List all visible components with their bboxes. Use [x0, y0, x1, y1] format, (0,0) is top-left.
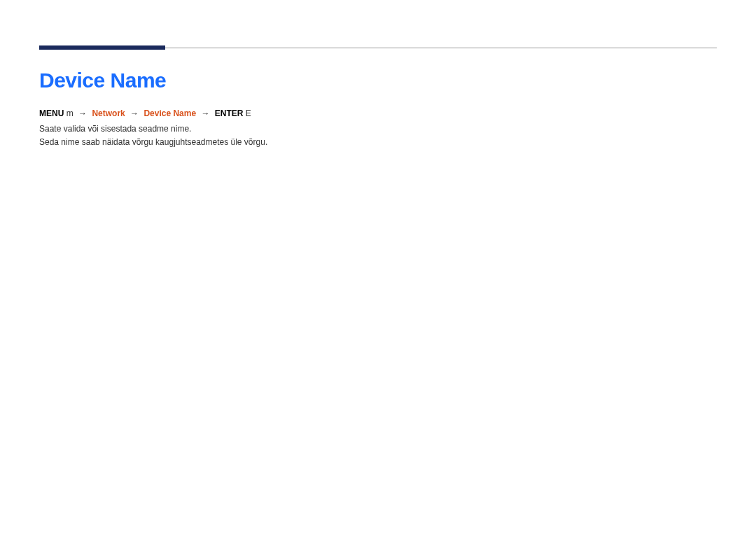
breadcrumb: MENU m → Network → Device Name → ENTER E — [39, 108, 251, 118]
accent-bar — [39, 45, 165, 50]
arrow-icon: → — [130, 108, 139, 118]
nav-menu-symbol: m — [66, 108, 74, 118]
nav-menu-label: MENU — [39, 108, 64, 118]
nav-path-device-name: Device Name — [144, 108, 196, 118]
page-title: Device Name — [39, 69, 166, 92]
body-text-line1: Saate valida või sisestada seadme nime. — [39, 123, 191, 135]
arrow-icon: → — [201, 108, 209, 118]
arrow-icon: → — [78, 108, 87, 118]
nav-enter-symbol: E — [246, 108, 251, 118]
nav-enter-label: ENTER — [215, 108, 244, 118]
body-text-line2: Seda nime saab näidata võrgu kaugjuhtsea… — [39, 136, 267, 148]
nav-path-network: Network — [92, 108, 125, 118]
